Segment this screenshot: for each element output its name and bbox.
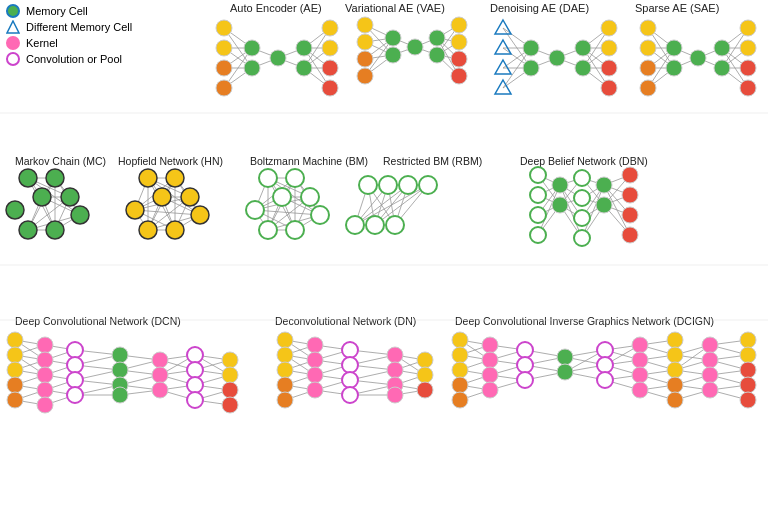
ae-node	[322, 40, 338, 56]
svg-point-212	[259, 169, 277, 187]
svg-point-340	[37, 352, 53, 368]
svg-point-43	[357, 51, 373, 67]
svg-point-110	[640, 80, 656, 96]
svg-point-41	[357, 17, 373, 33]
svg-point-496	[702, 352, 718, 368]
svg-point-219	[246, 201, 264, 219]
svg-point-335	[7, 347, 23, 363]
svg-point-500	[740, 347, 756, 363]
svg-point-353	[152, 367, 168, 383]
svg-point-473	[452, 392, 468, 408]
svg-point-146	[19, 221, 37, 239]
svg-point-232	[359, 176, 377, 194]
svg-point-178	[153, 188, 171, 206]
svg-point-79	[575, 40, 591, 56]
svg-point-86	[601, 80, 617, 96]
svg-point-282	[596, 197, 612, 213]
svg-point-490	[667, 332, 683, 348]
ae-node	[244, 40, 260, 56]
title-bm: Boltzmann Machine (BM)	[250, 155, 368, 167]
svg-point-234	[399, 176, 417, 194]
svg-marker-82	[495, 80, 511, 94]
svg-point-80	[575, 60, 591, 76]
title-rbm: Restricted BM (RBM)	[383, 155, 482, 167]
svg-point-411	[417, 352, 433, 368]
svg-point-358	[187, 392, 203, 408]
svg-point-345	[67, 357, 83, 373]
title-dcn: Deep Convolutional Network (DCN)	[15, 315, 181, 327]
svg-point-488	[632, 367, 648, 383]
svg-point-108	[640, 40, 656, 56]
svg-point-78	[549, 50, 565, 66]
svg-point-398	[277, 392, 293, 408]
svg-point-478	[517, 342, 533, 358]
svg-point-499	[740, 332, 756, 348]
svg-point-277	[574, 170, 590, 186]
svg-point-497	[702, 367, 718, 383]
svg-point-412	[417, 367, 433, 383]
svg-point-119	[740, 80, 756, 96]
svg-point-275	[552, 177, 568, 193]
svg-point-349	[112, 362, 128, 378]
svg-point-475	[482, 352, 498, 368]
svg-point-503	[740, 392, 756, 408]
svg-point-498	[702, 382, 718, 398]
svg-point-492	[667, 362, 683, 378]
svg-point-218	[259, 221, 277, 239]
ae-node	[296, 40, 312, 56]
svg-point-359	[222, 352, 238, 368]
svg-point-401	[307, 367, 323, 383]
svg-point-116	[740, 20, 756, 36]
svg-point-238	[386, 216, 404, 234]
svg-point-180	[191, 206, 209, 224]
svg-point-344	[67, 342, 83, 358]
svg-point-356	[187, 362, 203, 378]
svg-point-53	[451, 68, 467, 84]
svg-point-399	[307, 337, 323, 353]
svg-point-396	[277, 362, 293, 378]
ae-node	[244, 60, 260, 76]
svg-point-413	[417, 382, 433, 398]
svg-point-487	[632, 352, 648, 368]
svg-point-397	[277, 377, 293, 393]
svg-point-469	[452, 332, 468, 348]
svg-point-216	[311, 206, 329, 224]
title-mc: Markov Chain (MC)	[15, 155, 106, 167]
svg-marker-81	[495, 60, 511, 74]
svg-point-271	[530, 167, 546, 183]
svg-point-402	[307, 382, 323, 398]
ae-node	[322, 20, 338, 36]
svg-point-84	[601, 40, 617, 56]
svg-point-408	[387, 362, 403, 378]
svg-point-474	[482, 337, 498, 353]
title-ae: Auto Encoder (AE)	[230, 2, 322, 14]
svg-point-352	[152, 352, 168, 368]
svg-point-176	[139, 169, 157, 187]
svg-point-47	[407, 39, 423, 55]
svg-point-360	[222, 367, 238, 383]
svg-point-334	[7, 332, 23, 348]
title-sae: Sparse AE (SAE)	[635, 2, 719, 14]
svg-point-348	[112, 347, 128, 363]
svg-point-405	[342, 372, 358, 388]
svg-point-486	[632, 337, 648, 353]
svg-point-118	[740, 60, 756, 76]
ae-node	[296, 60, 312, 76]
svg-point-45	[385, 30, 401, 46]
svg-point-355	[187, 347, 203, 363]
svg-point-404	[342, 357, 358, 373]
svg-point-495	[702, 337, 718, 353]
ae-node	[216, 60, 232, 76]
svg-point-236	[346, 216, 364, 234]
svg-point-274	[530, 227, 546, 243]
title-hn: Hopfield Network (HN)	[118, 155, 223, 167]
ae-node	[216, 20, 232, 36]
svg-point-343	[37, 397, 53, 413]
svg-point-336	[7, 362, 23, 378]
svg-point-351	[112, 387, 128, 403]
title-dbn: Deep Belief Network (DBN)	[520, 155, 648, 167]
svg-point-341	[37, 367, 53, 383]
svg-point-471	[452, 362, 468, 378]
svg-point-111	[666, 40, 682, 56]
svg-point-285	[622, 207, 638, 223]
